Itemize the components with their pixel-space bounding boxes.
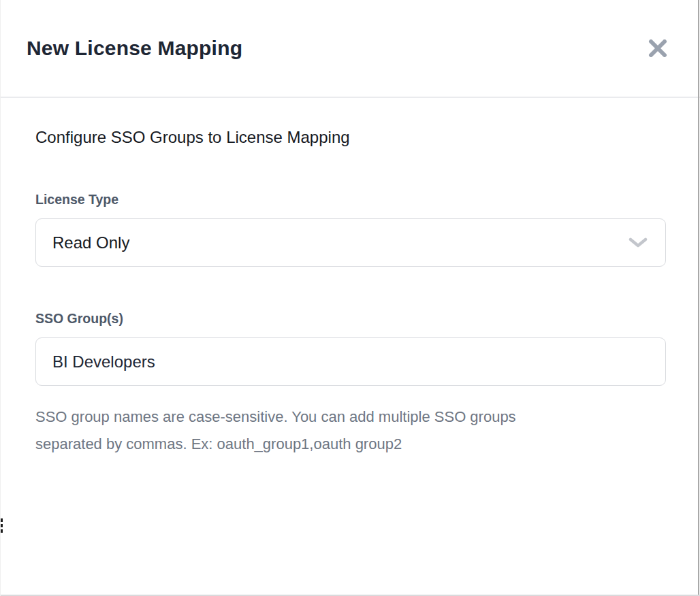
license-type-selected-value: Read Only bbox=[52, 233, 129, 252]
backdrop-edge-right bbox=[698, 0, 699, 596]
chevron-down-icon bbox=[629, 237, 648, 248]
license-type-select[interactable]: Read Only bbox=[35, 218, 666, 267]
close-button[interactable] bbox=[647, 37, 669, 59]
sso-groups-help-text: SSO group names are case-sensitive. You … bbox=[35, 403, 635, 458]
modal-description: Configure SSO Groups to License Mapping bbox=[35, 127, 665, 148]
modal-body: Configure SSO Groups to License Mapping … bbox=[1, 98, 700, 458]
new-license-mapping-modal: New License Mapping Configure SSO Groups… bbox=[0, 0, 700, 596]
sso-groups-input[interactable] bbox=[52, 338, 648, 385]
sso-groups-field-box bbox=[35, 337, 666, 386]
sso-groups-label: SSO Group(s) bbox=[35, 310, 665, 327]
modal-header: New License Mapping bbox=[1, 0, 700, 98]
hamburger-menu-icon bbox=[1, 518, 3, 533]
x-icon bbox=[648, 39, 667, 57]
help-line-1: SSO group names are case-sensitive. You … bbox=[35, 403, 635, 431]
license-type-label: License Type bbox=[35, 191, 665, 208]
help-line-2: separated by commas. Ex: oauth_group1,oa… bbox=[35, 431, 635, 458]
modal-title: New License Mapping bbox=[27, 37, 242, 60]
